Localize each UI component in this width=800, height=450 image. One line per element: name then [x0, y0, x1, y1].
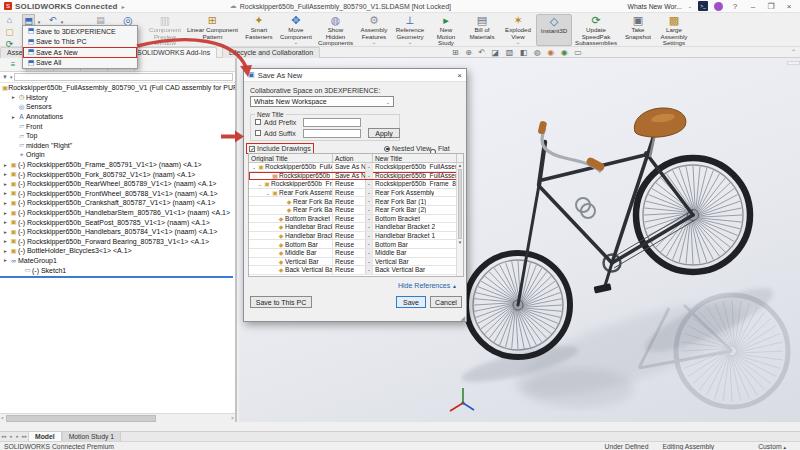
table-scrollbar[interactable]: ▲▼ — [456, 163, 463, 276]
expand-caret[interactable]: ▸ — [2, 210, 9, 216]
prev-tab-button[interactable]: ◂ — [7, 432, 14, 441]
tree-item[interactable]: ▸ ◎ Sensors — [0, 102, 235, 112]
expand-caret[interactable]: ▸ — [2, 238, 9, 244]
button-flyout-caret[interactable]: ⌄ — [294, 40, 298, 45]
action-cell[interactable]: Reuse ⌄ — [333, 266, 373, 274]
tree-item[interactable]: ▸ ▣ (-) Rockskipper650b_RearWheel_805789… — [0, 179, 235, 189]
next-tab-button[interactable]: ▸ — [14, 432, 21, 441]
table-row[interactable]: ⌄ ◆ Handlebar Bracket 1 Reuse ⌄ Handleba… — [249, 232, 463, 241]
tree-item[interactable]: ▸ ▱ midden "Right" — [0, 141, 235, 151]
new-title-cell[interactable]: Middle Bar — [373, 249, 457, 257]
new-title-cell[interactable]: Back Vertical Bar — [373, 266, 457, 274]
action-dropdown-caret[interactable]: ⌄ — [365, 249, 372, 257]
restore-button[interactable]: ❐ — [765, 2, 777, 11]
dialog-save-button[interactable]: Save — [396, 296, 426, 308]
expand-caret[interactable]: ▸ — [10, 114, 17, 120]
ribbon-button[interactable]: ✶ Exploded View ⌄ — [500, 14, 536, 46]
hide-references-link[interactable]: Hide References ▲ — [398, 282, 457, 289]
action-dropdown-caret[interactable]: ⌄ — [365, 223, 372, 231]
tree-item[interactable]: ▸ ▭ (-) Sketch1 — [0, 265, 235, 275]
tree-item[interactable]: ▸ ▣ (-) Rockskipper650b_Forward Bearing_… — [0, 237, 235, 247]
tree-item[interactable]: ▸ ▣ (-) Rockskipper650b_HandlebarStem_80… — [0, 208, 235, 218]
action-dropdown-caret[interactable]: ⌄ — [365, 266, 372, 274]
collapse-ribbon-caret[interactable]: ⌃ — [791, 48, 796, 55]
home-button[interactable]: ⌂ — [3, 14, 16, 26]
scroll-left-arrow[interactable]: < — [1, 415, 4, 421]
scroll-right-arrow[interactable]: > — [231, 415, 234, 421]
tree-item[interactable]: ▸ ▣ (-) Rockskipper650b_Fork_805792_V1<1… — [0, 169, 235, 179]
tree-item[interactable]: ▸ ▣ (-) Rockskipper650b_Crankshaft_80578… — [0, 198, 235, 208]
action-cell[interactable]: Reuse ⌄ — [333, 206, 373, 214]
action-cell[interactable]: Reuse ⌄ — [333, 189, 373, 197]
last-tab-button[interactable]: ▸▸ — [21, 432, 28, 441]
new-title-cell[interactable]: Bottom Bracket — [373, 215, 457, 223]
dialog-close-button[interactable]: × — [457, 71, 462, 80]
table-row[interactable]: ⌄ ◆ Handlebar Bracket 2 Reuse ⌄ Handleba… — [249, 223, 463, 232]
tree-item[interactable]: ▸ ▣ (-) Rockskipper650b_Handlebars_80578… — [0, 227, 235, 237]
new-title-cell[interactable]: Vertical Bar — [373, 258, 457, 266]
new-title-cell[interactable]: Handlebar Bracket 2 — [373, 223, 457, 231]
new-title-cell[interactable]: Rockskipper650b_FullAssembly_805790_V1 — [373, 163, 457, 171]
ribbon-button[interactable]: ✥ Move Component ⌄ — [277, 14, 315, 46]
scrollbar-thumb[interactable] — [6, 415, 156, 422]
table-row[interactable]: ⌄ ◆ Middle Bar Reuse ⌄ Middle Bar — [249, 249, 463, 258]
menu-item[interactable]: ⬒ Save to 3DEXPERIENCE — [23, 26, 137, 37]
table-row[interactable]: ⌄ ◆ Rear Fork Bar (1) Reuse ⌄ Rear Fork … — [249, 197, 463, 206]
ribbon-button[interactable]: ⊞ Linear Component Pattern ⌄ — [184, 14, 241, 46]
tree-horizontal-scrollbar[interactable]: < > — [0, 413, 235, 422]
new-title-cell[interactable]: Rockskipper650b_FullAssembly_805790_V1 — [373, 172, 457, 180]
include-drawings-option[interactable]: Include Drawings — [247, 144, 313, 153]
include-drawings-checkbox[interactable] — [249, 146, 255, 152]
ribbon-button[interactable]: ◍ Show Hidden Components ⌄ — [315, 14, 356, 46]
table-row[interactable]: ⌄ ◆ Rear Fork Bar (2) Reuse ⌄ Rear Fork … — [249, 206, 463, 215]
whats-new-caret[interactable]: ⌄ — [688, 3, 692, 9]
tree-item[interactable]: ▸ ▣ (-) Rockskipper650b_Frame_805791_V1<… — [0, 160, 235, 170]
table-row[interactable]: ⌄ ▤ Rockskipper650b_FullAssembly_805790_… — [249, 172, 463, 181]
tree-item[interactable]: ▸ ⌖ Origin — [0, 150, 235, 160]
ribbon-button[interactable]: ⟂ Reference Geometry ⌄ — [392, 14, 428, 46]
button-flyout-caret[interactable]: ⌄ — [210, 40, 214, 45]
menu-item[interactable]: ⬒ Save All — [23, 58, 137, 69]
action-dropdown-caret[interactable]: ⌄ — [365, 215, 372, 223]
action-cell[interactable]: Reuse ⌄ — [333, 215, 373, 223]
tab-assembly[interactable]: Assem — [0, 47, 24, 58]
action-cell[interactable]: Reuse ⌄ — [333, 232, 373, 240]
tree-item[interactable]: ▸ ◷ History — [0, 93, 235, 103]
save-to-this-pc-button[interactable]: Save to This PC — [250, 296, 312, 308]
close-button[interactable]: × — [783, 2, 795, 11]
menu-item[interactable]: ⬒ Save As New — [23, 47, 137, 58]
action-dropdown-caret[interactable]: ⌄ — [365, 232, 372, 240]
action-cell[interactable]: Save As New ⌄ — [333, 172, 373, 180]
action-cell[interactable]: Reuse ⌄ — [333, 223, 373, 231]
suffix-input[interactable] — [303, 129, 361, 138]
ribbon-button[interactable]: ✦ Smart Fasteners ⌄ — [241, 14, 277, 46]
tree-filter-input[interactable] — [14, 73, 233, 81]
tab-motion-study[interactable]: Motion Study 1 — [62, 431, 121, 441]
action-dropdown-caret[interactable]: ⌄ — [365, 258, 372, 266]
action-cell[interactable]: Reuse ⌄ — [333, 180, 373, 188]
button-flyout-caret[interactable]: ⌄ — [408, 40, 412, 45]
add-prefix-checkbox[interactable] — [255, 119, 261, 125]
expand-caret[interactable]: ▸ — [2, 257, 9, 263]
ribbon-button[interactable]: ⚙ Assembly Features ⌄ — [356, 14, 392, 46]
ribbon-button[interactable]: ▥ Component Preview Window ⌄ — [146, 14, 184, 46]
minimize-button[interactable]: – — [747, 2, 759, 11]
nested-view-option[interactable]: Nested View — [384, 145, 431, 152]
apply-button[interactable]: Apply — [368, 128, 400, 138]
add-suffix-checkbox[interactable] — [255, 130, 261, 136]
first-tab-button[interactable]: ◂◂ — [0, 432, 7, 441]
menu-expand-caret[interactable]: ▸ — [122, 3, 125, 10]
tab-lifecycle-collaboration[interactable]: Lifecycle and Collaboration — [222, 47, 320, 58]
tab-model[interactable]: Model — [28, 431, 62, 441]
table-row[interactable]: ⌄ ◆ Bottom Bar Reuse ⌄ Bottom Bar — [249, 240, 463, 249]
expand-caret[interactable]: ▸ — [2, 219, 9, 225]
action-cell[interactable]: Reuse ⌄ — [333, 197, 373, 205]
menu-item[interactable]: ⬒ Save to This PC — [23, 37, 137, 48]
rollback-bar[interactable] — [0, 276, 233, 278]
status-units[interactable]: Custom ▴ — [758, 443, 786, 450]
expand-caret[interactable]: ▸ — [2, 229, 9, 235]
whats-new-dropdown[interactable]: Whats New Wor... — [628, 3, 682, 10]
tree-item[interactable]: ▸ A Annotations — [0, 112, 235, 122]
resize-grip[interactable]: ◢ — [460, 314, 465, 321]
table-row[interactable]: ⌄ ◆ Vertical Bar Reuse ⌄ Vertical Bar — [249, 258, 463, 267]
